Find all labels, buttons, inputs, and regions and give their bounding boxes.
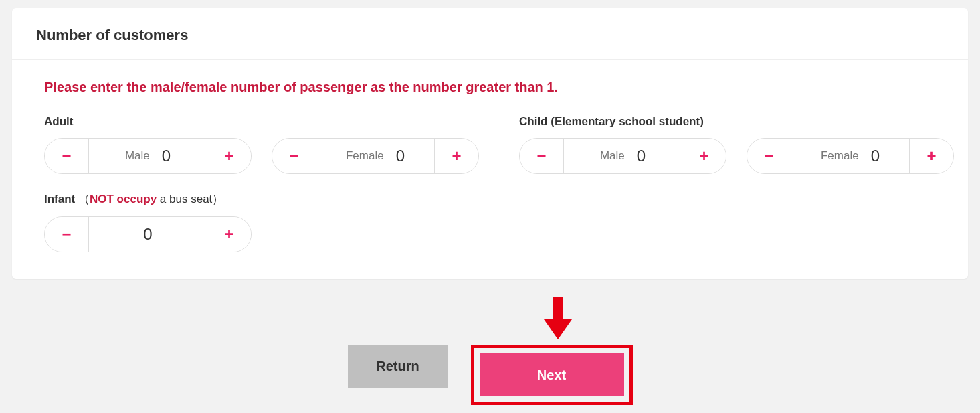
adult-male-sublabel: Male xyxy=(125,149,150,163)
infant-label-prefix: Infant xyxy=(44,193,75,205)
child-female-sublabel: Female xyxy=(821,149,859,163)
adult-label: Adult xyxy=(44,115,479,129)
next-highlight-frame: Next xyxy=(471,345,633,405)
minus-icon: − xyxy=(536,147,546,165)
page-title: Number of customers xyxy=(36,27,944,44)
adult-male-stepper: − Male 0 + xyxy=(44,138,252,174)
panel-header: Number of customers xyxy=(12,8,968,60)
plus-icon: + xyxy=(224,147,233,165)
adult-child-row: Adult − Male 0 + xyxy=(44,115,936,174)
child-male-decrement[interactable]: − xyxy=(520,139,564,173)
child-female-decrement[interactable]: − xyxy=(747,139,791,173)
adult-female-decrement[interactable]: − xyxy=(272,139,316,173)
infant-stepper: − 0 + xyxy=(44,216,252,252)
child-label: Child (Elementary school student) xyxy=(519,115,954,129)
child-female-stepper: − Female 0 + xyxy=(747,138,954,174)
adult-female-sublabel: Female xyxy=(346,149,384,163)
child-steppers: − Male 0 + − xyxy=(519,138,954,174)
adult-group: Adult − Male 0 + xyxy=(44,115,479,174)
infant-increment[interactable]: + xyxy=(207,217,251,252)
infant-steppers: − 0 + xyxy=(44,216,472,252)
infant-label-suffix: a bus seat） xyxy=(157,193,223,205)
adult-female-value: 0 xyxy=(396,147,405,165)
plus-icon: + xyxy=(699,147,708,165)
adult-female-stepper: − Female 0 + xyxy=(272,138,479,174)
minus-icon: − xyxy=(62,225,71,244)
child-female-increment[interactable]: + xyxy=(909,139,953,173)
next-button[interactable]: Next xyxy=(480,353,624,396)
adult-male-increment[interactable]: + xyxy=(207,139,251,173)
child-female-value: 0 xyxy=(871,147,880,165)
infant-value: 0 xyxy=(143,225,152,244)
minus-icon: − xyxy=(62,147,71,165)
customers-panel: Number of customers Please enter the mal… xyxy=(12,8,968,279)
infant-decrement[interactable]: − xyxy=(45,217,89,252)
minus-icon: − xyxy=(764,147,773,165)
child-male-value: 0 xyxy=(637,147,646,165)
actions-area: Return Next xyxy=(0,294,980,405)
child-female-display: Female 0 xyxy=(791,139,909,173)
child-group: Child (Elementary school student) − Male… xyxy=(519,115,954,174)
adult-female-display: Female 0 xyxy=(316,139,434,173)
infant-highlight: NOT occupy xyxy=(90,193,157,205)
plus-icon: + xyxy=(926,147,936,165)
panel-body: Please enter the male/female number of p… xyxy=(12,60,968,279)
infant-group: Infant （NOT occupy a bus seat） − 0 + xyxy=(44,191,472,252)
adult-female-increment[interactable]: + xyxy=(434,139,478,173)
infant-display: 0 xyxy=(89,217,207,252)
plus-icon: + xyxy=(452,147,461,165)
child-male-increment[interactable]: + xyxy=(682,139,726,173)
adult-steppers: − Male 0 + − xyxy=(44,138,479,174)
arrow-down-icon xyxy=(544,297,572,339)
child-male-stepper: − Male 0 + xyxy=(519,138,726,174)
minus-icon: − xyxy=(289,147,298,165)
adult-male-display: Male 0 xyxy=(89,139,207,173)
adult-male-decrement[interactable]: − xyxy=(45,139,89,173)
child-male-sublabel: Male xyxy=(600,149,625,163)
infant-label: Infant （NOT occupy a bus seat） xyxy=(44,191,472,207)
adult-male-value: 0 xyxy=(162,147,171,165)
return-button[interactable]: Return xyxy=(348,345,448,388)
child-male-display: Male 0 xyxy=(564,139,682,173)
plus-icon: + xyxy=(224,225,233,244)
error-message: Please enter the male/female number of p… xyxy=(44,80,936,95)
infant-paren-open: （ xyxy=(78,193,90,205)
